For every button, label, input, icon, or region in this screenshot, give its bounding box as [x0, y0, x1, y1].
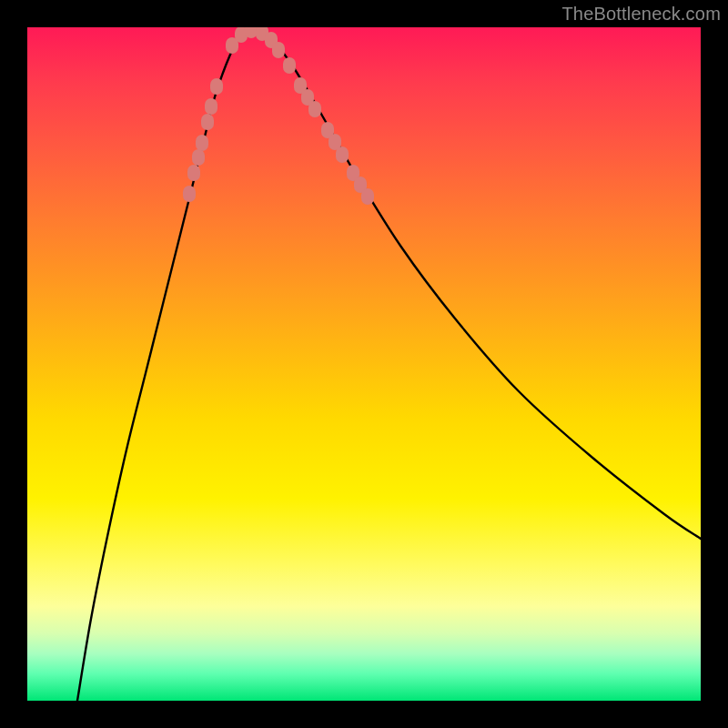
curve-marker [187, 165, 200, 181]
curve-marker [336, 147, 349, 163]
chart-frame: TheBottleneck.com [0, 0, 728, 728]
plot-area [27, 27, 701, 701]
curve-markers [183, 27, 374, 205]
curve-marker [183, 186, 196, 202]
curve-marker [361, 188, 374, 205]
bottleneck-curve [77, 29, 701, 701]
curve-marker [283, 57, 296, 74]
curve-marker [272, 42, 285, 58]
curve-marker [210, 78, 223, 95]
curve-marker [201, 114, 214, 130]
curve-layer [27, 27, 701, 701]
watermark-text: TheBottleneck.com [561, 4, 721, 25]
curve-marker [196, 135, 208, 151]
curve-marker [308, 101, 321, 117]
curve-marker [205, 98, 217, 115]
curve-marker [192, 149, 205, 166]
